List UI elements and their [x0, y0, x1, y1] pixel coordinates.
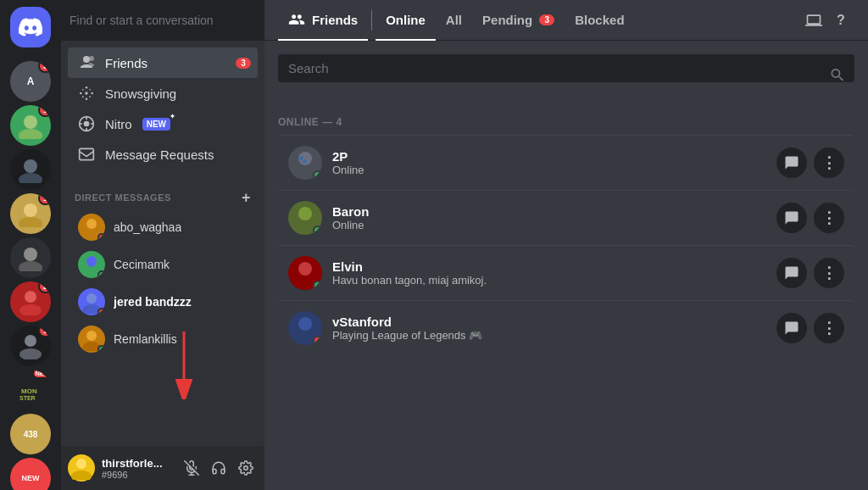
more-baron-button[interactable]: ⋮	[814, 203, 844, 233]
friends-label: Friends	[105, 56, 147, 70]
dm-item-cecimamk[interactable]: Cecimamk	[68, 246, 258, 283]
svg-text:🐾: 🐾	[298, 155, 307, 164]
dm-nav: Friends 3 Snowsgiving	[61, 41, 264, 176]
sidebar-item-friends[interactable]: Friends 3	[68, 47, 258, 78]
search-container	[278, 54, 854, 99]
friends-search-input[interactable]	[278, 54, 854, 82]
tab-online-label: Online	[386, 13, 426, 27]
dm-name-remlankillis: Remlankillis	[114, 332, 177, 346]
svg-point-44	[71, 471, 92, 480]
help-button[interactable]: ?	[827, 7, 854, 34]
friend-item-elvin[interactable]: Elvin Havu bonan tagon, miaj amikoj. ⋮	[278, 245, 854, 300]
server-icon-8[interactable]: MONSTER NEW	[10, 370, 51, 410]
nitro-label: Nitro	[105, 117, 132, 131]
tab-blocked[interactable]: Blocked	[565, 1, 634, 41]
server-icon-9[interactable]: 438	[10, 414, 51, 454]
friend-item-2p[interactable]: 🐾 2P Online ⋮	[278, 135, 854, 190]
server-icon-10[interactable]: NEW	[10, 458, 51, 490]
status-dot	[97, 270, 105, 278]
svg-point-12	[25, 291, 36, 303]
user-info: thirstforle... #9696	[102, 457, 173, 480]
sidebar-item-nitro[interactable]: Nitro NEW	[68, 109, 258, 139]
search-placeholder: Find or start a conversation	[70, 14, 256, 27]
user-discriminator: #9696	[102, 470, 173, 480]
message-baron-button[interactable]	[776, 203, 807, 233]
message-vstanford-button[interactable]	[776, 313, 807, 343]
dm-item-abo-waghaa[interactable]: abo_waghaa	[68, 209, 258, 246]
dm-item-remlankillis[interactable]: Remlankillis	[68, 320, 258, 358]
dm-avatar-jered-bandzzz	[78, 288, 105, 315]
status-dot	[97, 345, 105, 353]
friend-info-vstanford: vStanford Playing League of Legends 🎮	[332, 315, 776, 342]
friend-item-vstanford[interactable]: vStanford Playing League of Legends 🎮 ⋮	[278, 300, 854, 355]
tab-pending[interactable]: Pending 3	[472, 1, 565, 41]
status-dot	[97, 308, 105, 315]
friend-name-vstanford: vStanford	[332, 315, 776, 329]
status-dot-2p	[313, 170, 322, 180]
friends-icon	[78, 54, 95, 71]
more-vstanford-button[interactable]: ⋮	[814, 313, 844, 343]
sidebar-item-snowsgiving[interactable]: Snowsgiving	[68, 78, 258, 109]
status-dot	[97, 233, 105, 241]
friend-name-2p: 2P	[332, 149, 776, 164]
server-icon-2[interactable]: 1	[10, 105, 51, 146]
friend-status-baron: Online	[332, 219, 776, 231]
user-avatar	[68, 454, 95, 482]
svg-point-52	[298, 207, 312, 220]
tab-all-label: All	[446, 13, 462, 27]
svg-point-23	[80, 92, 82, 95]
status-dot-baron	[313, 226, 322, 235]
sidebar-item-message-requests[interactable]: Message Requests	[68, 139, 258, 170]
screen-share-button[interactable]	[800, 7, 827, 34]
mute-button[interactable]	[180, 456, 203, 480]
friend-status-elvin: Havu bonan tagon, miaj amikoj.	[332, 274, 776, 287]
main-header: Friends Online All Pending 3 Blocked ?	[264, 0, 868, 41]
dm-list: abo_waghaa Cecimamk jered bandzzz Remlan…	[61, 209, 264, 446]
message-elvin-button[interactable]	[776, 258, 807, 288]
friends-header-tab[interactable]: Friends	[278, 1, 368, 41]
direct-messages-label: DIRECT MESSAGES	[75, 192, 171, 203]
svg-point-6	[24, 203, 37, 217]
add-dm-button[interactable]: +	[242, 190, 251, 205]
server-icon-3[interactable]	[10, 149, 51, 190]
more-elvin-button[interactable]: ⋮	[814, 258, 844, 288]
more-2p-button[interactable]: ⋮	[814, 148, 844, 178]
friend-item-baron[interactable]: Baron Online ⋮	[278, 190, 854, 245]
svg-point-48	[244, 466, 248, 471]
server-icon-7[interactable]: 1	[10, 326, 51, 366]
online-header: ONLINE — 4	[278, 116, 854, 128]
message-2p-button[interactable]	[776, 148, 807, 178]
tab-blocked-label: Blocked	[575, 13, 624, 27]
server-icon-1[interactable]: A 3	[10, 61, 51, 102]
dm-name-jered-bandzzz: jered bandzzz	[114, 295, 192, 309]
nitro-icon	[78, 115, 95, 132]
deafen-button[interactable]	[207, 456, 231, 480]
friend-info-elvin: Elvin Havu bonan tagon, miaj amikoj.	[332, 259, 776, 287]
tab-all[interactable]: All	[436, 1, 472, 41]
main-content: Friends Online All Pending 3 Blocked ?	[264, 0, 868, 490]
search-icon	[829, 66, 846, 87]
user-panel: thirstforle... #9696	[61, 446, 264, 490]
status-dot-elvin	[313, 281, 322, 290]
friend-info-baron: Baron Online	[332, 204, 776, 231]
discord-home-button[interactable]	[10, 7, 51, 47]
svg-point-28	[89, 96, 91, 97]
user-name: thirstforle...	[102, 457, 173, 470]
svg-point-15	[25, 335, 36, 347]
dm-sidebar: Find or start a conversation Friends 3	[61, 0, 264, 490]
tab-online[interactable]: Online	[376, 1, 436, 41]
server-icon-4[interactable]: 1	[10, 193, 51, 234]
dm-avatar-remlankillis	[78, 326, 105, 353]
status-dot-vstanford	[313, 336, 322, 345]
server-icon-5[interactable]	[10, 237, 51, 278]
dm-item-jered-bandzzz[interactable]: jered bandzzz	[68, 283, 258, 320]
settings-button[interactable]	[234, 456, 258, 480]
svg-point-24	[91, 92, 93, 95]
server-icon-6[interactable]: 2	[10, 281, 51, 322]
dm-name-cecimamk: Cecimamk	[114, 258, 170, 271]
svg-rect-31	[80, 148, 94, 159]
search-bar-container[interactable]: Find or start a conversation	[61, 0, 264, 41]
friend-name-baron: Baron	[332, 204, 776, 219]
friend-status-vstanford: Playing League of Legends 🎮	[332, 329, 776, 342]
svg-text:STER: STER	[19, 395, 36, 401]
